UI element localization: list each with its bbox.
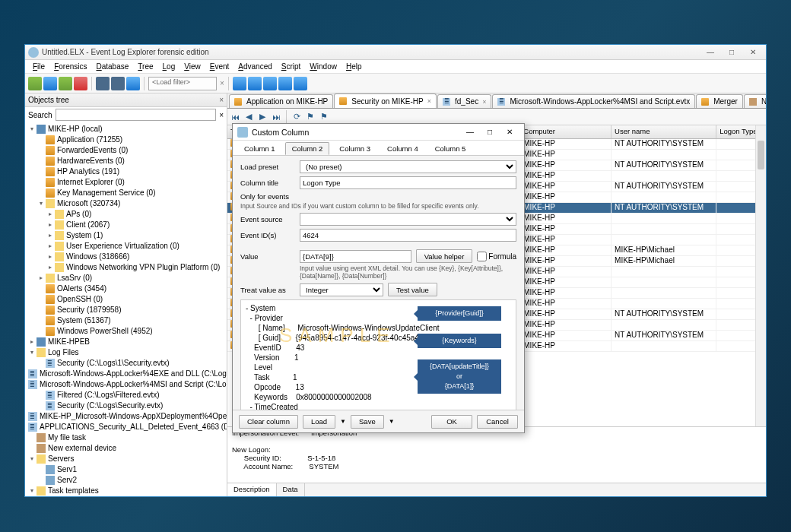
objects-tree[interactable]: ▾MIKE-HP (local)Application (71255)Forwa… <box>25 122 227 496</box>
tree-node[interactable]: ▾Log Files <box>25 347 227 358</box>
remove-icon[interactable] <box>74 77 87 90</box>
filter-select[interactable]: <Load filter> <box>148 77 217 90</box>
doc-tab[interactable]: New external device <box>744 94 766 108</box>
tree-search-input[interactable] <box>56 109 216 121</box>
filter-close-icon[interactable]: × <box>220 79 224 87</box>
value-input[interactable] <box>300 250 411 263</box>
tab-close-icon[interactable]: × <box>427 97 431 105</box>
menu-file[interactable]: File <box>28 61 49 72</box>
close-button[interactable]: ✕ <box>743 46 763 59</box>
formula-checkbox[interactable] <box>477 250 487 263</box>
menu-help[interactable]: Help <box>341 61 367 72</box>
new-icon[interactable] <box>28 77 42 90</box>
menu-advanced[interactable]: Advanced <box>233 61 276 72</box>
tree-node[interactable]: MIKE-HP_Microsoft-Windows-AppXDeployment… <box>25 411 227 422</box>
treat-value-select[interactable]: Integer <box>300 283 383 296</box>
doc-tab[interactable]: Application on MIKE-HP <box>229 94 333 108</box>
tree-node[interactable]: Security (C:\Logs\Security.evtx) <box>25 401 227 411</box>
tree-node[interactable]: Application (71255) <box>25 135 227 145</box>
menu-script[interactable]: Script <box>277 61 306 72</box>
last-icon[interactable]: ⏭ <box>270 111 282 123</box>
test-value-button[interactable]: Test value <box>388 283 437 296</box>
refresh-icon[interactable]: ⟳ <box>291 111 303 123</box>
first-icon[interactable]: ⏮ <box>229 111 241 123</box>
tree-node[interactable]: ▸System (1) <box>25 230 227 241</box>
event-ids-input[interactable] <box>300 229 516 242</box>
dialog-tab[interactable]: Column 3 <box>332 142 377 155</box>
dialog-minimize-icon[interactable]: — <box>460 125 480 139</box>
tree-node[interactable]: Microsoft-Windows-AppLocker%4MSI and Scr… <box>25 379 227 390</box>
doc-tab[interactable]: Security on MIKE-HP× <box>334 93 437 108</box>
bookmark-b-icon[interactable]: ⚑ <box>318 111 330 123</box>
vertical-scrollbar[interactable] <box>755 125 766 426</box>
next-icon[interactable]: ▶ <box>256 111 268 123</box>
dialog-maximize-icon[interactable]: □ <box>480 125 500 139</box>
tab-description[interactable]: Description <box>227 483 277 496</box>
save-icon[interactable] <box>111 77 125 90</box>
ok-button[interactable]: OK <box>431 415 472 429</box>
value-helper-button[interactable]: Value helper <box>416 249 473 263</box>
search-clear-icon[interactable]: × <box>219 111 224 119</box>
tree-node[interactable]: Filtered (C:\Logs\Filtered.evtx) <box>25 390 227 401</box>
tree-node[interactable]: ▸APs (0) <box>25 209 227 220</box>
clear-column-button[interactable]: Clear column <box>239 415 298 429</box>
tree-node[interactable]: OAlerts (3454) <box>25 283 227 294</box>
cancel-button[interactable]: Cancel <box>477 415 518 429</box>
tree-node[interactable]: ▸Windows Networking VPN Plugin Platform … <box>25 262 227 273</box>
menu-view[interactable]: View <box>179 61 205 72</box>
menu-tree[interactable]: Tree <box>133 61 157 72</box>
dialog-tab[interactable]: Column 2 <box>285 142 330 155</box>
tree-node[interactable]: ForwardedEvents (0) <box>25 145 227 156</box>
formula-checkbox-wrap[interactable]: Formula <box>477 250 516 263</box>
maximize-button[interactable]: □ <box>722 46 742 59</box>
tree-node[interactable]: ▾MIKE-HP (local) <box>25 124 227 135</box>
tree-node[interactable]: Internet Explorer (0) <box>25 177 227 188</box>
minimize-button[interactable]: — <box>700 46 720 59</box>
tree-node[interactable]: ▸LsaSrv (0) <box>25 273 227 283</box>
menu-forensics[interactable]: Forensics <box>49 61 91 72</box>
tree-node[interactable]: APPLICATIONS_Security_ALL_Deleted_Event_… <box>25 422 227 432</box>
menu-event[interactable]: Event <box>205 61 234 72</box>
tree-node[interactable]: ▾Microsoft (320734) <box>25 198 227 209</box>
tree-node[interactable]: Serv1 <box>25 464 227 475</box>
dialog-close-icon[interactable]: ✕ <box>500 125 519 139</box>
add-icon[interactable] <box>59 77 72 90</box>
tool-a-icon[interactable] <box>233 77 246 90</box>
tree-node[interactable]: Serv2 <box>25 475 227 486</box>
tree-node[interactable]: ▸Client (2067) <box>25 220 227 230</box>
tree-node[interactable]: ▸MIKE-HPEB <box>25 337 227 347</box>
doc-tab[interactable]: Microsoft-Windows-AppLocker%4MSI and Scr… <box>492 94 695 108</box>
tree-node[interactable]: New external device <box>25 443 227 454</box>
tree-node[interactable]: HardwareEvents (0) <box>25 156 227 166</box>
tree-node[interactable]: ▾Servers <box>25 454 227 464</box>
event-source-select[interactable] <box>300 213 516 226</box>
tab-close-icon[interactable]: × <box>482 98 486 106</box>
column-title-input[interactable] <box>300 176 516 189</box>
load-preset-select[interactable]: (No preset) <box>300 160 516 173</box>
open-icon[interactable] <box>43 77 57 90</box>
panel-close-icon[interactable]: × <box>219 96 224 104</box>
save-button[interactable]: Save <box>351 415 384 429</box>
tree-node[interactable]: ▸User Experience Virtualization (0) <box>25 241 227 252</box>
tree-node[interactable]: Key Management Service (0) <box>25 188 227 198</box>
dialog-tab[interactable]: Column 1 <box>237 142 282 155</box>
magnifier-icon[interactable] <box>278 77 292 90</box>
doc-tab[interactable]: fd_Sec× <box>437 94 491 108</box>
menu-log[interactable]: Log <box>158 61 180 72</box>
tree-node[interactable]: HP Analytics (191) <box>25 166 227 177</box>
dialog-tab[interactable]: Column 5 <box>428 142 473 155</box>
grid-col-header[interactable]: Computer <box>520 125 612 138</box>
dialog-tab[interactable]: Column 4 <box>380 142 425 155</box>
tree-node[interactable]: OpenSSH (0) <box>25 294 227 305</box>
bookmark-a-icon[interactable]: ⚑ <box>304 111 316 123</box>
print-icon[interactable] <box>294 77 307 90</box>
load-button[interactable]: Load <box>303 415 335 429</box>
tree-node[interactable]: Security (1879958) <box>25 305 227 315</box>
doc-tab[interactable]: Merger <box>696 94 743 108</box>
tree-node[interactable]: System (51367) <box>25 315 227 326</box>
open-log-icon[interactable] <box>96 77 110 90</box>
menu-window[interactable]: Window <box>305 61 341 72</box>
tree-node[interactable]: ▾Task templates <box>25 486 227 496</box>
tool-b-icon[interactable] <box>248 77 262 90</box>
tree-node[interactable]: Windows PowerShell (4952) <box>25 326 227 337</box>
